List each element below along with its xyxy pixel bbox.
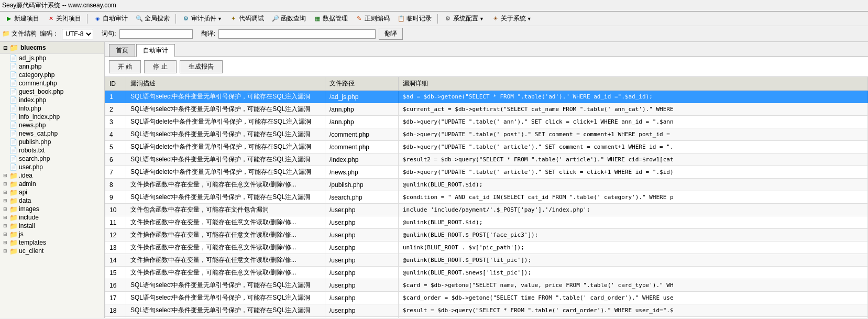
gen-report-button[interactable]: 生成报告 [180, 60, 223, 73]
global-search-icon: 🔍 [135, 15, 144, 23]
table-row[interactable]: 1SQL语句select中条件变量无单引号保护，可能存在SQL注入漏洞/ad_j… [105, 91, 868, 103]
trans-input[interactable] [218, 29, 376, 39]
trans-button[interactable]: 翻译 [379, 28, 403, 40]
table-row[interactable]: 19SQL语句select中条件变量无单引号保护，可能存在SQL注入漏洞/use… [105, 317, 868, 318]
tab-auto-audit[interactable]: 自动审计 [136, 44, 175, 57]
php-file-icon: 📄 [9, 88, 18, 95]
cell-path: /comment.php [325, 128, 399, 141]
cell-id: 7 [105, 166, 126, 179]
table-row[interactable]: 16SQL语句select中条件变量无单引号保护，可能存在SQL注入漏洞/use… [105, 279, 868, 292]
stop-button[interactable]: 停 止 [144, 60, 176, 73]
sidebar-item[interactable]: ⊞📁images [0, 205, 104, 213]
folder-icon: 📁 [9, 230, 18, 238]
cell-desc: SQL语句select中条件变量无单引号保护，可能存在SQL注入漏洞 [126, 191, 325, 204]
auto-audit-button[interactable]: ◈ 自动审计 [91, 13, 130, 24]
tree-expand-icon [2, 164, 8, 170]
temp-record-icon: 📋 [397, 15, 405, 23]
sidebar-item[interactable]: 📄news.php [0, 121, 104, 129]
sidebar-item[interactable]: 📄category.php [0, 71, 104, 79]
about-sys-button[interactable]: ☀ 关于系统 ▼ [489, 13, 534, 24]
sidebar-item[interactable]: 📄guest_book.php [0, 87, 104, 96]
data-manage-button[interactable]: ▦ 数据管理 [311, 13, 350, 24]
cell-detail: $condition = " AND cat_id IN(SELECT cat_… [399, 191, 868, 204]
sidebar-item[interactable]: 📄info.php [0, 104, 104, 113]
cell-desc: SQL语句select中条件变量无单引号保护，可能存在SQL注入漏洞 [126, 128, 325, 141]
tree-expand-icon [2, 81, 8, 86]
sys-config-icon: ⚙ [444, 15, 452, 23]
tree-expand-icon: ⊞ [2, 232, 8, 237]
cell-desc: 文件操作函数中存在变量，可能存在任意文件读取/删除/修... [126, 229, 325, 241]
cell-detail: $db->query("UPDATE ".table(' post')." SE… [399, 128, 868, 141]
sidebar-item[interactable]: ⊞📁.idea [0, 171, 104, 180]
sidebar-item-label: news_cat.php [19, 130, 58, 137]
tree-expand-icon [2, 114, 8, 119]
new-project-button[interactable]: ▶ 新建项目 [2, 13, 42, 24]
table-row[interactable]: 12文件操作函数中存在变量，可能存在任意文件读取/删除/修.../user.ph… [105, 229, 868, 241]
sidebar-item[interactable]: ⊞📁admin [0, 180, 104, 188]
table-row[interactable]: 3SQL语句delete中条件变量无单引号保护，可能存在SQL注入漏洞/ann.… [105, 116, 868, 128]
cell-detail: $result2 = $db->query("SELECT * FROM ".t… [399, 153, 868, 166]
php-file-icon: 📄 [9, 96, 18, 104]
sidebar-item[interactable]: 📄news_cat.php [0, 129, 104, 138]
code-debug-icon: ✦ [229, 15, 238, 23]
tree-expand-icon [2, 72, 8, 78]
sys-config-button[interactable]: ⚙ 系统配置 ▼ [441, 13, 487, 24]
php-file-icon: 📄 [9, 113, 18, 120]
regex-encode-icon: ✎ [355, 15, 364, 23]
func-query-button[interactable]: 🔎 函数查询 [269, 13, 309, 24]
close-project-button[interactable]: ✕ 关闭项目 [44, 13, 84, 24]
table-row[interactable]: 11文件操作函数中存在变量，可能存在任意文件读取/删除/修.../user.ph… [105, 216, 868, 229]
sidebar-item[interactable]: ⊞📁api [0, 188, 104, 196]
audit-plugin-button[interactable]: ⚙ 审计插件 ▼ [179, 13, 225, 24]
start-button[interactable]: 开 始 [109, 60, 141, 73]
temp-record-button[interactable]: 📋 临时记录 [394, 13, 434, 24]
cell-id: 6 [105, 153, 126, 166]
table-row[interactable]: 8文件操作函数中存在变量，可能存在任意文件读取/删除/修.../publish.… [105, 179, 868, 191]
sidebar-item[interactable]: ⊞📁data [0, 196, 104, 205]
table-row[interactable]: 14文件操作函数中存在变量，可能存在任意文件读取/删除/修.../user.ph… [105, 254, 868, 267]
cell-path: /user.php [325, 204, 399, 216]
sidebar-item[interactable]: 📄ad_js.php [0, 54, 104, 62]
sidebar-item[interactable]: 📄search.php [0, 155, 104, 163]
table-row[interactable]: 13文件操作函数中存在变量，可能存在任意文件读取/删除/修.../user.ph… [105, 241, 868, 254]
sidebar-item[interactable]: ⊞📁js [0, 230, 104, 238]
sidebar-item[interactable]: ⊞📁templates [0, 238, 104, 247]
global-search-button[interactable]: 🔍 全局搜索 [133, 13, 172, 24]
cell-path: /search.php [325, 191, 399, 204]
sidebar-item[interactable]: ⊞📁install [0, 222, 104, 230]
func-query-icon: 🔎 [271, 15, 280, 23]
tab-home[interactable]: 首页 [109, 44, 135, 57]
sidebar-item[interactable]: 📄comment.php [0, 79, 104, 87]
sidebar-item[interactable]: 📄info_index.php [0, 113, 104, 121]
sidebar-item[interactable]: 📄ann.php [0, 62, 104, 71]
cell-detail: @unlink(BLUE_ROOT.$_POST['face_pic3']); [399, 229, 868, 241]
sidebar-item[interactable]: 📄publish.php [0, 138, 104, 146]
encoding-select[interactable]: UTF-8 GBK [62, 29, 93, 39]
table-row[interactable]: 10文件包含函数中存在变量，可能存在文件包含漏洞/user.phpinclude… [105, 204, 868, 216]
sidebar-item[interactable]: 📄robots.txt [0, 146, 104, 155]
sidebar-item[interactable]: ⊞📁uc_client [0, 247, 104, 255]
word-input[interactable] [119, 29, 193, 39]
cell-desc: 文件操作函数中存在变量，可能存在任意文件读取/删除/修... [126, 216, 325, 229]
table-row[interactable]: 7SQL语句delete中条件变量无单引号保护，可能存在SQL注入漏洞/news… [105, 166, 868, 179]
sidebar-item[interactable]: ⊞📁include [0, 213, 104, 222]
code-debug-button[interactable]: ✦ 代码调试 [227, 13, 267, 24]
sidebar-item[interactable]: 📄user.php [0, 163, 104, 171]
table-row[interactable]: 5SQL语句delete中条件变量无单引号保护，可能存在SQL注入漏洞/comm… [105, 141, 868, 153]
table-row[interactable]: 6SQL语句select中条件变量无单引号保护，可能存在SQL注入漏洞/inde… [105, 153, 868, 166]
table-row[interactable]: 9SQL语句select中条件变量无单引号保护，可能存在SQL注入漏洞/sear… [105, 191, 868, 204]
sidebar-expand-icon: ⊟ [3, 45, 7, 51]
regex-encode-button[interactable]: ✎ 正则编码 [353, 13, 392, 24]
cell-id: 10 [105, 204, 126, 216]
table-row[interactable]: 4SQL语句select中条件变量无单引号保护，可能存在SQL注入漏洞/comm… [105, 128, 868, 141]
table-row[interactable]: 18SQL语句select中条件变量无单引号保护，可能存在SQL注入漏洞/use… [105, 304, 868, 317]
table-row[interactable]: 2SQL语句select中条件变量无单引号保护，可能存在SQL注入漏洞/ann.… [105, 103, 868, 116]
table-row[interactable]: 15文件操作函数中存在变量，可能存在任意文件读取/删除/修.../user.ph… [105, 267, 868, 279]
cell-id: 1 [105, 91, 126, 103]
sidebar-item-label: guest_book.php [19, 88, 63, 95]
audit-plugin-icon: ⚙ [182, 15, 190, 23]
cell-detail: $db->query("UPDATE ".table(' ann')." SET… [399, 116, 868, 128]
data-manage-icon: ▦ [313, 15, 322, 23]
sidebar-item[interactable]: 📄index.php [0, 96, 104, 104]
table-row[interactable]: 17SQL语句select中条件变量无单引号保护，可能存在SQL注入漏洞/use… [105, 292, 868, 304]
